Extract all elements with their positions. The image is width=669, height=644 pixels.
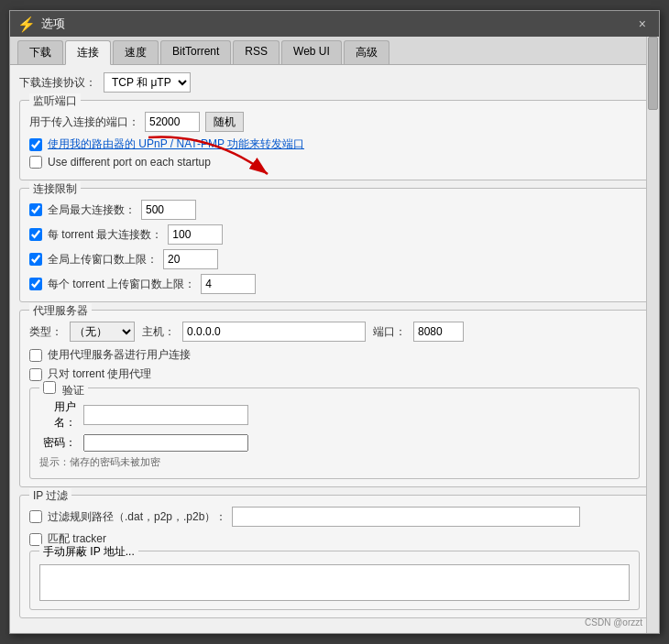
global-upload-label: 全局上传窗口数上限：	[48, 252, 158, 267]
protocol-label: 下载连接协议：	[19, 75, 96, 91]
username-input[interactable]	[83, 405, 248, 425]
global-upload-input[interactable]	[163, 249, 218, 269]
upnp-row: 使用我的路由器的 UPnP / NAT-PMP 功能来转发端口	[29, 136, 640, 152]
proxy-type-label: 类型：	[29, 324, 62, 340]
use-proxy-row: 使用代理服务器进行用户连接	[29, 347, 640, 363]
auth-section: 验证 用户名： 密码： 提示：储存的密码未被加密	[29, 387, 640, 479]
proxy-port-label: 端口：	[373, 324, 406, 340]
username-row: 用户名：	[39, 399, 630, 431]
torrent-upload-checkbox[interactable]	[29, 278, 42, 290]
torrent-max-row: 每 torrent 最大连接数：	[29, 224, 640, 245]
global-max-input[interactable]	[141, 200, 196, 220]
diff-port-checkbox[interactable]	[29, 156, 42, 169]
torrent-upload-label: 每个 torrent 上传窗口数上限：	[48, 277, 195, 292]
use-proxy-label: 使用代理服务器进行用户连接	[48, 347, 191, 363]
filter-path-row: 过滤规则路径（.dat，p2p，.p2b）：	[29, 507, 640, 527]
diff-port-label: Use different port on each startup	[48, 156, 211, 169]
dialog-title: 选项	[41, 16, 65, 32]
tab-webui[interactable]: Web UI	[281, 40, 342, 64]
protocol-row: 下载连接协议： TCP 和 μTP TCP μTP	[19, 72, 650, 93]
proxy-host-label: 主机：	[142, 324, 175, 340]
ip-filter-section: IP 过滤 过滤规则路径（.dat，p2p，.p2b）： 匹配 tracker …	[19, 495, 650, 618]
upnp-label: 使用我的路由器的 UPnP / NAT-PMP 功能来转发端口	[48, 136, 304, 152]
global-max-label: 全局最大连接数：	[48, 202, 136, 218]
global-max-row: 全局最大连接数：	[29, 200, 640, 220]
app-icon: ⚡	[17, 16, 36, 33]
torrent-proxy-checkbox[interactable]	[29, 368, 42, 381]
close-button[interactable]: ×	[633, 15, 652, 33]
manual-title: 手动屏蔽 IP 地址...	[39, 544, 138, 560]
watermark: CSDN @orzzt	[585, 617, 642, 628]
proxy-port-input[interactable]	[413, 322, 464, 342]
content-area: 下载连接协议： TCP 和 μTP TCP μTP 监听端口 用于传入连接的端口…	[10, 65, 659, 633]
torrent-max-input[interactable]	[168, 224, 223, 245]
tab-bittorrent[interactable]: BitTorrent	[160, 40, 231, 64]
torrent-proxy-row: 只对 torrent 使用代理	[29, 366, 640, 382]
connection-limit-title: 连接限制	[29, 181, 81, 197]
use-proxy-checkbox[interactable]	[29, 349, 42, 362]
manual-textarea[interactable]	[39, 564, 630, 601]
auth-checkbox[interactable]	[43, 381, 56, 394]
proxy-type-row: 类型： （无） HTTP SOCKS4 SOCKS5 主机： 端口：	[29, 322, 640, 342]
port-input[interactable]	[145, 112, 200, 132]
filter-path-input[interactable]	[232, 507, 580, 527]
random-port-button[interactable]: 随机	[205, 112, 244, 132]
global-upload-checkbox[interactable]	[29, 253, 42, 266]
password-input[interactable]	[83, 434, 248, 452]
username-label: 用户名：	[39, 399, 76, 431]
auth-title: 验证	[39, 381, 88, 398]
torrent-upload-input[interactable]	[201, 274, 256, 294]
proxy-host-input[interactable]	[182, 322, 366, 342]
tab-bar: 下载 连接 速度 BitTorrent RSS Web UI 高级	[10, 37, 659, 65]
connection-limit-section: 连接限制 全局最大连接数： 每 torrent 最大连接数： 全局上传窗口数上限…	[19, 188, 650, 302]
tab-advanced[interactable]: 高级	[344, 40, 389, 64]
manual-block: 手动屏蔽 IP 地址...	[29, 551, 640, 610]
diff-port-row: Use different port on each startup	[29, 156, 640, 169]
tab-speed[interactable]: 速度	[113, 40, 159, 64]
torrent-upload-row: 每个 torrent 上传窗口数上限：	[29, 274, 640, 294]
global-upload-row: 全局上传窗口数上限：	[29, 249, 640, 269]
upnp-checkbox[interactable]	[29, 138, 42, 151]
torrent-max-label: 每 torrent 最大连接数：	[48, 227, 162, 243]
tab-download[interactable]: 下载	[17, 40, 63, 64]
password-row: 密码：	[39, 434, 630, 452]
port-row: 用于传入连接的端口： 随机	[29, 112, 640, 132]
proxy-title: 代理服务器	[29, 303, 92, 319]
scrollbar-track[interactable]	[646, 37, 659, 633]
torrent-proxy-label: 只对 torrent 使用代理	[48, 366, 151, 382]
global-max-checkbox[interactable]	[29, 203, 42, 216]
proxy-type-select[interactable]: （无） HTTP SOCKS4 SOCKS5	[70, 322, 135, 342]
auth-hint-row: 提示：储存的密码未被加密	[39, 455, 630, 469]
listen-port-title: 监听端口	[29, 93, 81, 109]
auth-hint: 提示：储存的密码未被加密	[39, 455, 160, 469]
password-label: 密码：	[39, 435, 76, 451]
torrent-max-checkbox[interactable]	[29, 228, 42, 241]
tab-connection[interactable]: 连接	[65, 40, 111, 65]
port-label: 用于传入连接的端口：	[29, 115, 139, 130]
listen-port-section: 监听端口 用于传入连接的端口： 随机 使用我的路由器的 UPnP / NAT-P…	[19, 100, 650, 180]
protocol-select[interactable]: TCP 和 μTP TCP μTP	[104, 72, 191, 93]
filter-path-label: 过滤规则路径（.dat，p2p，.p2b）：	[48, 509, 226, 525]
tab-rss[interactable]: RSS	[233, 40, 280, 64]
scrollbar-thumb[interactable]	[648, 37, 658, 110]
ip-filter-title: IP 过滤	[29, 488, 71, 504]
filter-path-checkbox[interactable]	[29, 510, 42, 523]
proxy-section: 代理服务器 类型： （无） HTTP SOCKS4 SOCKS5 主机： 端口：…	[19, 310, 650, 487]
title-bar: ⚡ 选项 ×	[10, 11, 659, 37]
